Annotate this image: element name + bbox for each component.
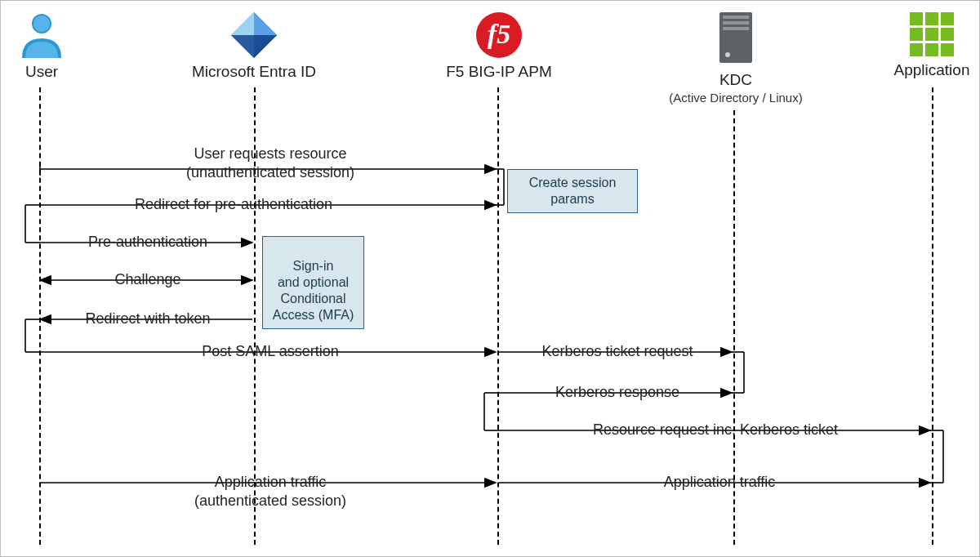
svg-rect-22 [941, 43, 954, 56]
svg-rect-20 [910, 43, 923, 56]
sequence-diagram: User Microsoft Entra ID f5 F5 BIG-IP APM [0, 0, 980, 557]
svg-rect-18 [925, 28, 938, 41]
msg-preauth: Pre-authentication [50, 233, 246, 252]
msg-redirect-token: Redirect with token [50, 310, 246, 328]
server-icon [718, 11, 754, 68]
note-signin-text: Sign-in and optional Conditional Access … [273, 259, 354, 322]
msg-app-traffic-left: Application traffic (authenticated sessi… [107, 473, 434, 510]
actor-entra: Microsoft Entra ID [180, 11, 327, 81]
actor-application: Application [887, 11, 977, 79]
svg-point-1 [33, 16, 50, 32]
actor-kdc: KDC (Active Directory / Linux) [654, 11, 817, 105]
actor-kdc-sublabel: (Active Directory / Linux) [654, 91, 817, 105]
msg-challenge: Challenge [50, 270, 246, 289]
msg-user-requests: User requests resource (unauthenticated … [131, 145, 409, 181]
svg-rect-12 [723, 27, 749, 30]
svg-rect-21 [925, 43, 938, 56]
f5-icon: f5 [474, 11, 523, 60]
svg-rect-17 [910, 28, 923, 41]
svg-rect-11 [723, 21, 749, 25]
actor-user-label: User [9, 63, 74, 81]
note-signin: Sign-in and optional Conditional Access … [262, 236, 364, 329]
msg-resource-req: Resource request inc. Kerberos ticket [507, 421, 924, 439]
actor-f5-label: F5 BIG-IP APM [438, 63, 560, 81]
actor-f5: f5 F5 BIG-IP APM [438, 11, 560, 81]
actor-kdc-label: KDC [654, 71, 817, 89]
svg-marker-3 [254, 12, 277, 35]
actor-application-label: Application [887, 61, 977, 79]
svg-marker-6 [231, 35, 254, 58]
note-create-session: Create session params [507, 169, 638, 213]
lifeline-f5 [497, 87, 499, 545]
svg-rect-14 [910, 12, 923, 25]
svg-marker-5 [254, 35, 277, 58]
svg-text:f5: f5 [488, 19, 510, 49]
msg-redirect-preauth: Redirect for pre-authentication [99, 195, 368, 214]
svg-rect-16 [941, 12, 954, 25]
svg-rect-10 [723, 16, 749, 19]
msg-krb-resp: Kerberos response [507, 383, 728, 402]
lifeline-user [39, 87, 41, 545]
actor-entra-label: Microsoft Entra ID [180, 63, 327, 81]
svg-rect-9 [719, 12, 752, 63]
user-icon [19, 11, 65, 60]
application-grid-icon [908, 11, 956, 58]
msg-post-saml: Post SAML assertion [148, 342, 393, 361]
svg-rect-15 [925, 12, 938, 25]
msg-krb-req: Kerberos ticket request [507, 342, 728, 361]
lifeline-application [932, 87, 933, 545]
msg-app-traffic-right: Application traffic [572, 473, 866, 492]
entra-icon [228, 11, 280, 60]
note-create-session-text: Create session params [529, 176, 617, 206]
svg-rect-19 [941, 28, 954, 41]
svg-point-13 [725, 52, 730, 57]
svg-marker-4 [231, 12, 254, 35]
actor-user: User [9, 11, 74, 81]
